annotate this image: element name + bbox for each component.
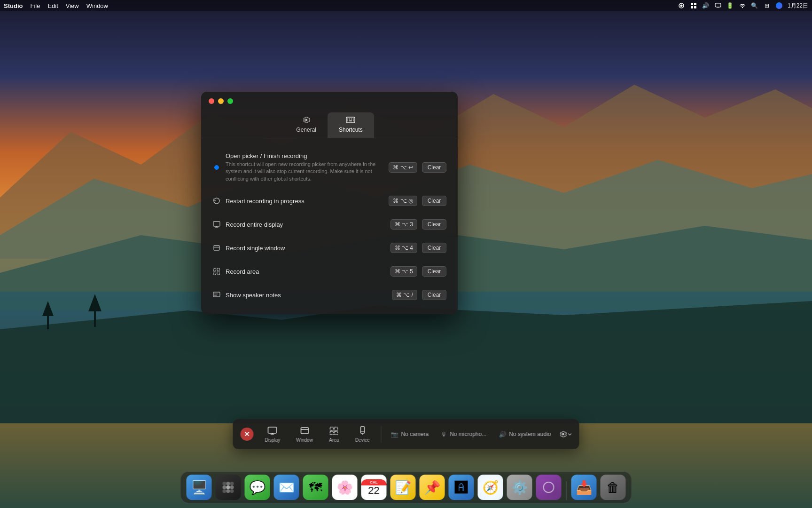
area-keys: ⌘ ⌥ 5 [390, 266, 417, 277]
area-clear-button[interactable]: Clear [422, 266, 446, 277]
svg-point-57 [223, 489, 226, 493]
window-icon [212, 244, 221, 252]
dock-bezel[interactable] [536, 475, 562, 500]
dock-safari[interactable]: 🧭 [478, 475, 503, 500]
shortcut-row-open-picker: Open picker / Finish recording This shor… [212, 148, 446, 187]
menubar-record-icon[interactable] [678, 2, 685, 9]
window-key-badge[interactable]: ⌘ ⌥ 4 [390, 243, 417, 253]
camera-icon: 📷 [390, 431, 398, 438]
svg-rect-16 [694, 6, 696, 8]
recording-mode-display[interactable]: Display [258, 423, 287, 445]
svg-rect-13 [691, 3, 693, 5]
menubar-app-name[interactable]: Studio [4, 2, 23, 9]
recording-close-button[interactable]: ✕ [240, 428, 253, 441]
menubar-siri-icon[interactable] [775, 2, 783, 9]
svg-rect-24 [347, 120, 348, 121]
display-key-badge[interactable]: ⌘ ⌥ 3 [390, 219, 417, 230]
svg-rect-26 [353, 120, 354, 121]
dock-calendar[interactable]: CAL 22 [361, 475, 387, 500]
svg-rect-35 [217, 272, 220, 275]
menubar-window[interactable]: Window [86, 2, 108, 9]
window-maximize-button[interactable] [227, 98, 233, 104]
speaker-clear-button[interactable]: Clear [422, 290, 446, 300]
display-info: Record entire display [226, 221, 390, 228]
display-title: Record entire display [226, 221, 390, 228]
menubar-time: 1月22日 [788, 2, 808, 10]
traffic-lights [209, 98, 233, 104]
svg-rect-34 [214, 272, 216, 275]
menubar-search-icon[interactable]: 🔍 [751, 2, 758, 9]
svg-rect-15 [691, 6, 693, 8]
svg-rect-14 [694, 3, 696, 5]
window-minimize-button[interactable] [218, 98, 224, 104]
svg-rect-36 [213, 292, 220, 297]
svg-rect-20 [347, 119, 348, 119]
tab-shortcuts[interactable]: Shortcuts [328, 112, 374, 138]
svg-rect-46 [330, 431, 334, 435]
picker-key-symbol: ⌘ ⌥ ↩ [393, 164, 413, 171]
tab-general[interactable]: General [285, 112, 328, 138]
display-clear-button[interactable]: Clear [422, 219, 446, 230]
restart-key-symbol: ⌘ ⌥ ◎ [393, 198, 413, 204]
dock-notes[interactable]: 📝 [390, 475, 416, 500]
speaker-info: Show speaker notes [226, 292, 392, 299]
shortcut-section-speaker: Show speaker notes ⌘ ⌥ / Clear [201, 283, 458, 307]
dock-downloads[interactable]: 📥 [571, 475, 597, 500]
shortcut-row-speaker: Show speaker notes ⌘ ⌥ / Clear [212, 285, 446, 305]
menubar-msg-icon[interactable] [714, 2, 722, 9]
recording-mode-area[interactable]: Area [322, 423, 346, 445]
microphone-option[interactable]: 🎙 No micropho... [436, 429, 491, 440]
menubar-edit[interactable]: Edit [47, 2, 58, 9]
menubar-control-icon[interactable]: ⊞ [763, 2, 771, 9]
area-key-badge[interactable]: ⌘ ⌥ 5 [390, 266, 417, 277]
menubar-grid-icon[interactable] [690, 2, 697, 9]
speaker-key-badge[interactable]: ⌘ ⌥ / [392, 290, 417, 300]
window-clear-button[interactable]: Clear [422, 243, 446, 253]
picker-info: Open picker / Finish recording This shor… [226, 152, 389, 183]
audio-option[interactable]: 🔊 No system audio [494, 429, 555, 440]
svg-point-12 [680, 5, 682, 7]
svg-point-55 [226, 485, 230, 489]
svg-point-51 [223, 482, 226, 485]
dock-maps[interactable]: 🗺 [303, 475, 328, 500]
picker-clear-button[interactable]: Clear [422, 162, 446, 173]
dock-messages[interactable]: 💬 [245, 475, 270, 500]
svg-rect-9 [94, 310, 96, 327]
menubar-file[interactable]: File [30, 2, 40, 9]
dock-appstore[interactable]: 🅰 [449, 475, 474, 500]
menubar: Studio File Edit View Window 🔊 🔋 🔍 ⊞ [0, 0, 812, 11]
shortcut-section-restart: Restart recording in progress ⌘ ⌥ ◎ Clea… [201, 189, 458, 213]
picker-radio[interactable] [214, 165, 219, 170]
dock-launchpad[interactable] [216, 475, 241, 500]
menubar-view[interactable]: View [66, 2, 79, 9]
shortcut-section-window: Record single window ⌘ ⌥ 4 Clear [201, 236, 458, 260]
speaker-icon [212, 291, 221, 299]
svg-marker-8 [42, 301, 54, 316]
recording-mode-window[interactable]: Window [289, 423, 320, 445]
tab-shortcuts-label: Shortcuts [339, 127, 363, 133]
speaker-key-symbol: ⌘ ⌥ / [396, 292, 413, 298]
dock-finder[interactable]: 🖥️ [187, 475, 212, 500]
window-close-button[interactable] [209, 98, 214, 104]
picker-keys: ⌘ ⌥ ↩ [389, 162, 417, 173]
menubar-volume-icon[interactable]: 🔊 [702, 2, 710, 9]
dock-photos[interactable]: 🌸 [332, 475, 358, 500]
shortcut-row-restart: Restart recording in progress ⌘ ⌥ ◎ Clea… [212, 191, 446, 211]
dock-trash[interactable]: 🗑 [601, 475, 626, 500]
restart-key-badge[interactable]: ⌘ ⌥ ◎ [389, 196, 417, 206]
camera-option[interactable]: 📷 No camera [386, 429, 433, 440]
recording-bar: ✕ Display Window [233, 419, 579, 449]
svg-rect-32 [214, 269, 216, 271]
picker-key-badge[interactable]: ⌘ ⌥ ↩ [389, 162, 417, 173]
svg-rect-19 [346, 117, 355, 123]
svg-point-18 [742, 7, 743, 8]
recording-mode-device[interactable]: Device [349, 423, 376, 445]
dock-stickies[interactable]: 📌 [420, 475, 445, 500]
svg-rect-7 [47, 315, 49, 329]
restart-clear-button[interactable]: Clear [422, 196, 446, 206]
svg-rect-30 [214, 246, 219, 250]
dock-settings[interactable]: ⚙️ [507, 475, 532, 500]
area-title: Record area [226, 268, 390, 275]
dock-mail[interactable]: ✉️ [274, 475, 299, 500]
recording-settings-button[interactable] [559, 428, 572, 441]
